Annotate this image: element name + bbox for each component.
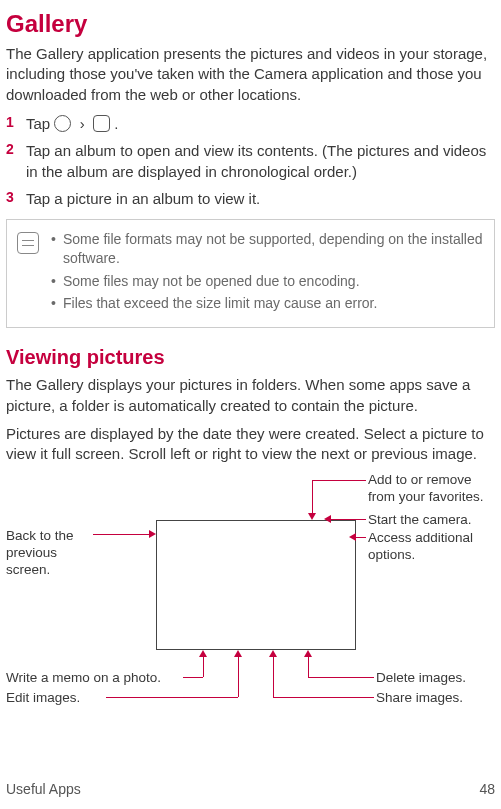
step-text: Tap a picture in an album to view it. <box>26 188 495 209</box>
page-title: Gallery <box>6 10 495 38</box>
apps-icon <box>54 115 71 132</box>
step-text-fragment: . <box>114 115 118 132</box>
section-title: Viewing pictures <box>6 346 495 369</box>
step-text: Tap › . <box>26 113 495 134</box>
gallery-icon <box>93 115 110 132</box>
note-item: Files that exceed the size limit may cau… <box>51 294 484 313</box>
step-text: Tap an album to open and view its conten… <box>26 140 495 182</box>
step-number: 3 <box>6 188 26 209</box>
page-footer: Useful Apps 48 <box>6 781 495 797</box>
note-item: Some files may not be opened due to enco… <box>51 272 484 291</box>
section-paragraph: The Gallery displays your pictures in fo… <box>6 375 495 416</box>
step-number: 2 <box>6 140 26 182</box>
screen-outline <box>156 520 356 650</box>
callout-share: Share images. <box>376 690 496 707</box>
step-item: 1 Tap › . <box>6 113 495 134</box>
footer-section-name: Useful Apps <box>6 781 81 797</box>
callout-delete: Delete images. <box>376 670 496 687</box>
callout-memo: Write a memo on a photo. <box>6 670 181 687</box>
callout-options: Access additional options. <box>368 530 498 564</box>
intro-paragraph: The Gallery application presents the pic… <box>6 44 495 105</box>
section-paragraph: Pictures are displayed by the date they … <box>6 424 495 465</box>
callout-diagram: Back to the previous screen. Add to or r… <box>6 472 495 732</box>
step-number: 1 <box>6 113 26 134</box>
note-item: Some file formats may not be supported, … <box>51 230 484 268</box>
step-text-fragment: Tap <box>26 115 54 132</box>
page-number: 48 <box>479 781 495 797</box>
callout-back: Back to the previous screen. <box>6 528 91 579</box>
callout-edit: Edit images. <box>6 690 104 707</box>
step-item: 2 Tap an album to open and view its cont… <box>6 140 495 182</box>
callout-camera: Start the camera. <box>368 512 498 529</box>
callout-favorites: Add to or remove from your favorites. <box>368 472 498 506</box>
note-icon <box>17 232 39 254</box>
steps-list: 1 Tap › . 2 Tap an album to open and vie… <box>6 113 495 209</box>
note-list: Some file formats may not be supported, … <box>51 230 484 314</box>
step-item: 3 Tap a picture in an album to view it. <box>6 188 495 209</box>
note-box: Some file formats may not be supported, … <box>6 219 495 329</box>
